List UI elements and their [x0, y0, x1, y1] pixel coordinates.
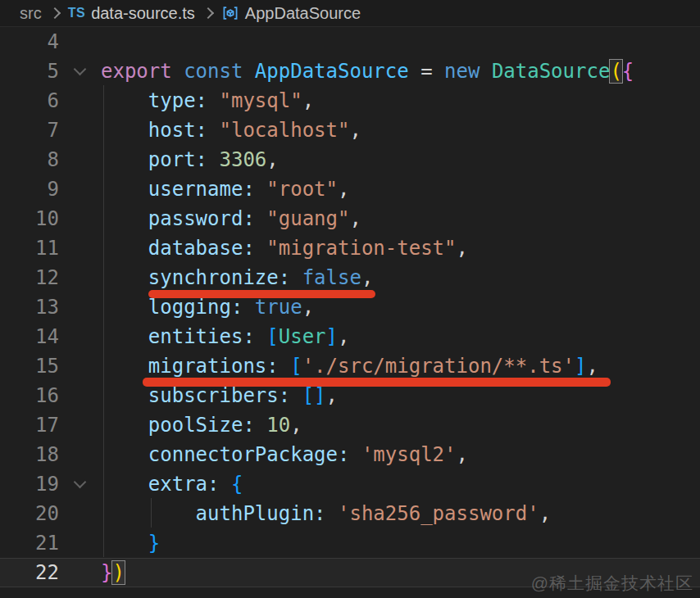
- code-text[interactable]: entities: [User],: [101, 322, 349, 351]
- code-token: synchronize:: [148, 266, 290, 289]
- code-text[interactable]: export const AppDataSource = new DataSou…: [101, 57, 634, 86]
- fold-column: [59, 558, 101, 587]
- code-line[interactable]: 7 host: "localhost",: [0, 116, 700, 145]
- line-number[interactable]: 14: [0, 322, 59, 351]
- line-number[interactable]: 17: [0, 410, 59, 440]
- line-number[interactable]: 4: [0, 27, 59, 57]
- code-token: [255, 325, 266, 348]
- code-line[interactable]: 21 }: [0, 528, 700, 558]
- line-number[interactable]: 13: [0, 292, 59, 322]
- line-number[interactable]: 22: [0, 558, 59, 587]
- line-number[interactable]: 21: [0, 528, 59, 558]
- code-text[interactable]: }): [101, 558, 125, 587]
- line-number[interactable]: 10: [0, 204, 59, 233]
- code-line[interactable]: 12 synchronize: false,: [0, 263, 700, 292]
- code-token: const: [184, 60, 243, 83]
- code-line[interactable]: 6 type: "mysql",: [0, 86, 700, 116]
- line-number[interactable]: 11: [0, 233, 59, 263]
- line-number[interactable]: 15: [0, 351, 59, 381]
- breadcrumb-item-symbol[interactable]: AppDataSource: [221, 4, 361, 23]
- code-token: database:: [148, 237, 255, 260]
- fold-chevron-icon[interactable]: [59, 469, 101, 499]
- code-token: [101, 119, 148, 142]
- code-text[interactable]: connectorPackage: 'mysql2',: [101, 440, 468, 469]
- code-token: [101, 148, 148, 171]
- code-token: [220, 473, 231, 496]
- line-number[interactable]: 8: [0, 145, 59, 174]
- breadcrumb-folder-label: src: [20, 4, 42, 23]
- code-line[interactable]: 17 poolSize: 10,: [0, 410, 700, 440]
- code-token: [255, 178, 266, 201]
- code-token: [243, 60, 254, 83]
- code-token: "localhost": [220, 119, 350, 142]
- breadcrumb: src TS data-source.ts AppDataSource: [0, 0, 700, 27]
- code-token: User: [279, 325, 326, 348]
- line-number[interactable]: 5: [0, 57, 59, 86]
- code-line[interactable]: 19 extra: {: [0, 469, 700, 499]
- code-text[interactable]: }: [101, 528, 160, 558]
- code-token: ]: [575, 355, 586, 378]
- code-text[interactable]: authPlugin: 'sha256_password',: [101, 499, 551, 528]
- code-editor[interactable]: 45export const AppDataSource = new DataS…: [0, 27, 700, 587]
- code-token: [207, 89, 219, 112]
- code-token: [207, 148, 219, 171]
- chevron-down-icon: [74, 62, 87, 75]
- code-token: [243, 296, 254, 319]
- code-token: ,: [302, 296, 314, 319]
- code-token: AppDataSource: [255, 60, 409, 83]
- code-token: [101, 266, 148, 289]
- matched-bracket: ): [112, 561, 124, 584]
- line-number[interactable]: 7: [0, 116, 59, 145]
- code-line[interactable]: 11 database: "migration-test",: [0, 233, 700, 263]
- indent-guide: [151, 498, 152, 528]
- code-token: [101, 443, 148, 466]
- fold-column: [59, 322, 101, 351]
- line-number[interactable]: 18: [0, 440, 59, 469]
- code-token: [101, 532, 148, 555]
- fold-column: [59, 499, 101, 528]
- code-token: [101, 178, 148, 201]
- code-text[interactable]: poolSize: 10,: [101, 410, 302, 440]
- code-line[interactable]: 8 port: 3306,: [0, 145, 700, 174]
- code-line[interactable]: 18 connectorPackage: 'mysql2',: [0, 440, 700, 469]
- code-text[interactable]: password: "guang",: [101, 204, 361, 233]
- code-line[interactable]: 4: [0, 27, 700, 57]
- code-text[interactable]: extra: {: [101, 469, 243, 499]
- code-token: [101, 414, 148, 437]
- code-line[interactable]: 20 authPlugin: 'sha256_password',: [0, 499, 700, 528]
- code-text[interactable]: database: "migration-test",: [101, 233, 468, 263]
- code-lines: 45export const AppDataSource = new DataS…: [0, 27, 700, 587]
- red-underline-synchronize: [148, 290, 375, 298]
- code-token: [480, 60, 491, 83]
- indent-guide: [103, 85, 104, 557]
- line-number[interactable]: 20: [0, 499, 59, 528]
- code-token: ,: [456, 237, 467, 260]
- code-token: ,: [338, 178, 349, 201]
- code-text[interactable]: port: 3306,: [101, 145, 279, 174]
- code-text[interactable]: synchronize: false,: [101, 263, 373, 292]
- line-number[interactable]: 19: [0, 469, 59, 499]
- code-token: ,: [349, 119, 361, 142]
- breadcrumb-item-file[interactable]: TS data-source.ts: [68, 4, 195, 23]
- code-text[interactable]: username: "root",: [101, 174, 349, 204]
- code-token: 10: [266, 414, 290, 437]
- code-text[interactable]: type: "mysql",: [101, 86, 314, 116]
- code-token: false: [302, 266, 361, 289]
- code-line[interactable]: 5export const AppDataSource = new DataSo…: [0, 57, 700, 86]
- code-text[interactable]: migrations: ['./src/migration/**.ts'],: [101, 351, 598, 381]
- line-number[interactable]: 12: [0, 263, 59, 292]
- fold-chevron-icon[interactable]: [59, 57, 101, 86]
- code-token: authPlugin:: [196, 502, 326, 525]
- code-line[interactable]: 15 migrations: ['./src/migration/**.ts']…: [0, 351, 700, 381]
- code-line[interactable]: 9 username: "root",: [0, 174, 700, 204]
- code-token: [101, 207, 148, 230]
- typescript-file-icon: TS: [68, 6, 85, 20]
- line-number[interactable]: 6: [0, 86, 59, 116]
- code-line[interactable]: 14 entities: [User],: [0, 322, 700, 351]
- breadcrumb-item-folder[interactable]: src: [20, 4, 42, 23]
- code-text[interactable]: host: "localhost",: [101, 116, 361, 145]
- code-token: [279, 355, 290, 378]
- line-number[interactable]: 9: [0, 174, 59, 204]
- line-number[interactable]: 16: [0, 381, 59, 410]
- code-line[interactable]: 10 password: "guang",: [0, 204, 700, 233]
